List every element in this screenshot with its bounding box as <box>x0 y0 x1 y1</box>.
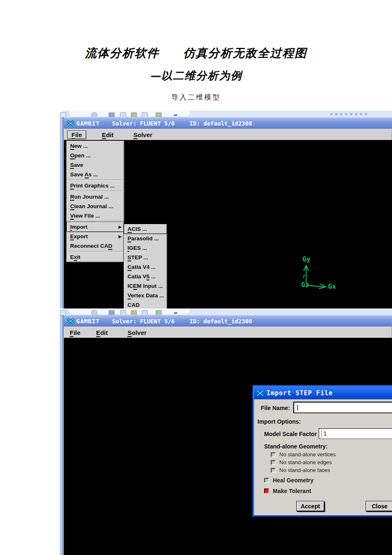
dialog-titlebar[interactable]: Import STEP File <box>254 387 392 399</box>
checkbox-row-heal-geometry: Heal Geometry <box>264 475 314 486</box>
menu-separator <box>67 221 124 222</box>
menu-item-view-file[interactable]: View File ... <box>67 211 124 221</box>
gambit-titlebar[interactable]: GAMBIT Solver: FLUENT 5/6 ID: default_id… <box>64 117 392 129</box>
standalone-checkbox-group: No stand-alone verticesNo stand-alone ed… <box>271 451 336 474</box>
titlebar-solver-text: Solver: FLUENT 5/6 <box>112 318 175 325</box>
file-name-input[interactable]: I <box>293 402 392 413</box>
checkbox-row-no-stand-alone-vertices: No stand-alone vertices <box>271 451 336 458</box>
checkbox-label: No stand-alone faces <box>279 467 330 473</box>
close-button[interactable]: Close <box>366 501 392 511</box>
gambit-screenshot-menu: GAMBIT Solver: FLUENT 5/6 ID: default_id… <box>60 111 392 308</box>
toolbar-pill <box>68 308 191 315</box>
menu-item-catia-v5[interactable]: Catia V5 ... <box>124 272 167 281</box>
toolbar-pill <box>68 111 191 117</box>
submenu-arrow-icon: ▶ <box>118 232 122 241</box>
file-menu: New ...Open ...SaveSave As ...Print Grap… <box>66 140 125 263</box>
toolbar-icon <box>174 114 177 116</box>
unchecked-checkbox[interactable] <box>264 478 269 483</box>
menu-item-save-as[interactable]: Save As ... <box>67 170 124 179</box>
menu-item-iges[interactable]: IGES ... <box>124 243 167 253</box>
doc-title: 流体分析软件仿真分析无敌全过程图 <box>0 45 392 61</box>
checkbox-label: Make Tolerant <box>273 488 311 494</box>
scale-factor-label: Model Scale Factor <box>264 431 317 437</box>
axis-y-label: Gy <box>302 255 311 263</box>
checkbox-row-no-stand-alone-edges: No stand-alone edges <box>271 458 336 466</box>
menu-item-reconnect-cad[interactable]: Reconnect CAD <box>67 241 124 251</box>
toolbar-icon <box>174 312 177 314</box>
menu-item-clean-journal[interactable]: Clean Journal ... <box>67 202 124 211</box>
gambit-titlebar[interactable]: GAMBIT Solver: FLUENT 5/6 ID: default_id… <box>64 315 392 327</box>
gambit-window: GAMBIT Solver: FLUENT 5/6 ID: default_id… <box>64 117 392 308</box>
section-caption: 导入二维模型 <box>0 92 392 102</box>
menu-solver[interactable]: Solver <box>128 329 146 336</box>
unchecked-checkbox[interactable] <box>271 452 276 457</box>
gambit-screenshot-dialog: GAMBIT Solver: FLUENT 5/6 ID: default_id… <box>60 308 392 555</box>
menu-item-vertex-data[interactable]: Vertex Data ... <box>124 291 167 300</box>
text-cursor: I <box>296 404 299 412</box>
checkbox-label: No stand-alone edges <box>279 459 332 465</box>
menu-item-parasolid[interactable]: Parasolid ... <box>124 234 167 243</box>
menu-item-run-journal[interactable]: Run Journal ... <box>67 192 124 202</box>
titlebar-id-text: ID: default_id2308 <box>189 318 252 325</box>
graphics-canvas[interactable]: New ...Open ...SaveSave As ...Print Grap… <box>64 140 392 308</box>
axis-triad: Gy Gz Gx <box>287 254 342 293</box>
gambit-x-logo-icon <box>67 120 74 126</box>
menu-item-open[interactable]: Open ... <box>67 151 124 160</box>
menu-edit[interactable]: Edit <box>96 329 108 336</box>
axis-x-label: Gx <box>328 282 336 290</box>
import-step-dialog: Import STEP File File Name: I Import Opt… <box>253 385 392 517</box>
checkbox-label: Heal Geometry <box>273 477 314 484</box>
titlebar-solver-text: Solver: FLUENT 5/6 <box>112 120 175 127</box>
doc-title-part2: 仿真分析无敌全过程图 <box>183 46 307 60</box>
graphics-canvas[interactable]: Import STEP File File Name: I Import Opt… <box>64 338 392 555</box>
menu-separator <box>67 251 124 252</box>
titlebar-id-text: ID: default_id2308 <box>189 120 252 127</box>
menu-item-import[interactable]: Import▶ <box>67 222 124 232</box>
doc-title-part1: 流体分析软件 <box>85 46 159 60</box>
checkbox-label: No stand-alone vertices <box>279 451 336 458</box>
menu-item-save[interactable]: Save <box>67 160 124 170</box>
menu-item-new[interactable]: New ... <box>67 141 124 151</box>
gambit-window: GAMBIT Solver: FLUENT 5/6 ID: default_id… <box>64 315 392 555</box>
gambit-x-logo-icon <box>67 318 74 324</box>
app-title: GAMBIT <box>76 120 100 127</box>
menu-item-catia-v4[interactable]: Catia V4 ... <box>124 262 167 272</box>
menu-item-step[interactable]: STEP ... <box>124 253 167 262</box>
menu-item-print-graphics[interactable]: Print Graphics ... <box>67 181 124 190</box>
dialog-x-logo-icon <box>257 390 264 396</box>
clipped-toolbar-strip <box>60 308 392 315</box>
clipped-toolbar-strip <box>60 111 392 118</box>
dialog-title: Import STEP File <box>267 389 333 397</box>
faint-toolbar-marks <box>330 113 367 115</box>
menu-file[interactable]: File <box>70 329 80 336</box>
menu-edit[interactable]: Edit <box>102 131 113 138</box>
import-submenu: ACIS ...Parasolid ...IGES ...STEP ...Cat… <box>123 223 168 308</box>
axis-z-label: Gz <box>301 281 309 289</box>
menu-item-export[interactable]: Export▶ <box>67 232 124 241</box>
menu-item-cad[interactable]: CAD <box>124 300 167 308</box>
standalone-geometry-label: Stand-alone Geometry: <box>264 443 328 450</box>
checkbox-row-no-stand-alone-faces: No stand-alone faces <box>271 466 336 474</box>
menubar: FileEditSolver <box>64 327 392 338</box>
checkbox-row-make-tolerant: Make Tolerant <box>264 486 314 496</box>
menu-item-icem-input[interactable]: ICEM Input ... <box>124 281 167 291</box>
menu-item-acis[interactable]: ACIS ... <box>124 224 167 234</box>
file-name-label: File Name: <box>261 405 290 411</box>
import-options-label: Import Options: <box>257 418 301 425</box>
dialog-body: File Name: I Import Options: Model Scale… <box>254 399 392 515</box>
menu-separator <box>67 191 124 192</box>
menu-solver[interactable]: Solver <box>133 131 152 138</box>
unchecked-checkbox[interactable] <box>271 460 276 465</box>
scale-factor-input[interactable]: 1 <box>319 428 392 439</box>
accept-button[interactable]: Accept <box>296 501 324 511</box>
doc-subtitle: —以二维分析为例 <box>0 69 392 83</box>
menu-file[interactable]: File <box>67 130 86 139</box>
menubar: FileEditSolver <box>64 129 392 140</box>
unchecked-checkbox[interactable] <box>271 468 276 473</box>
checked-checkbox[interactable] <box>264 489 269 493</box>
app-title: GAMBIT <box>76 318 100 325</box>
text-cursor <box>321 431 323 437</box>
scale-factor-value: 1 <box>324 430 327 437</box>
menu-separator <box>67 180 124 180</box>
menu-item-exit[interactable]: Exit <box>67 252 124 262</box>
